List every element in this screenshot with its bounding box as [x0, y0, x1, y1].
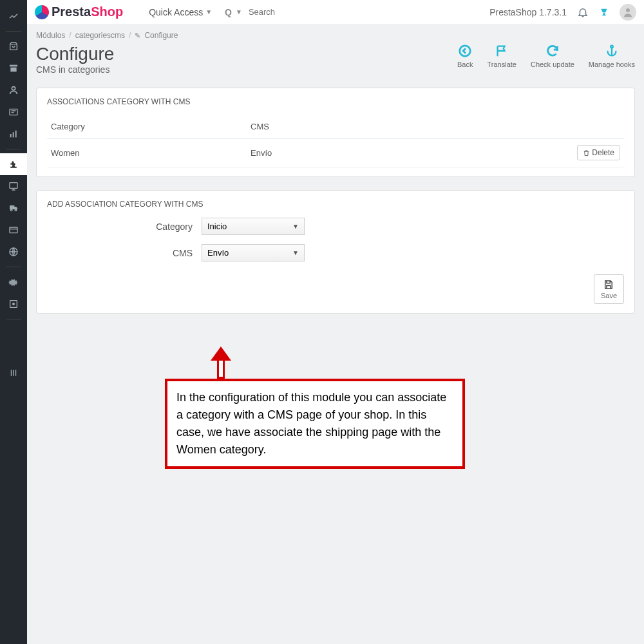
crumb-configure: Configure — [144, 31, 178, 40]
svg-rect-6 — [15, 131, 17, 138]
search-dropdown-icon[interactable]: ▼ — [236, 8, 242, 15]
svg-point-15 — [460, 46, 471, 57]
label-cms: CMS — [47, 248, 202, 258]
vertical-nav-sidebar — [0, 0, 27, 644]
page-head: Configure CMS in categories Back Transla… — [36, 44, 635, 75]
svg-rect-10 — [10, 227, 17, 233]
cell-category: Women — [51, 148, 251, 158]
top-header: PrestaShop Quick Access ▼ Q ▼ PrestaShop… — [27, 0, 644, 24]
form-row-category: Category Inicio ▼ — [47, 218, 624, 235]
nav-modules-icon[interactable] — [0, 153, 27, 175]
svg-rect-5 — [13, 132, 14, 137]
annotation-arrow — [211, 346, 231, 379]
table-row: Women Envío Delete — [47, 138, 624, 167]
category-select[interactable]: Inicio ▼ — [202, 218, 305, 235]
cell-cms: Envío — [251, 148, 569, 158]
panel-associations-title: ASSOCIATIONS CATEGORY WITH CMS — [47, 97, 624, 106]
page-subtitle: CMS in categories — [36, 64, 114, 75]
anchor-icon — [605, 44, 619, 58]
category-selected: Inicio — [207, 222, 227, 231]
nav-intl-icon[interactable] — [0, 241, 27, 263]
form-row-cms: CMS Envío ▼ — [47, 244, 624, 261]
version-label: PrestaShop 1.7.3.1 — [489, 7, 567, 17]
brand-text-shop: Shop — [91, 5, 123, 19]
save-button[interactable]: Save — [594, 274, 624, 304]
svg-point-13 — [13, 303, 15, 305]
svg-rect-4 — [10, 134, 12, 137]
quick-access-menu[interactable]: Quick Access ▼ — [149, 7, 212, 17]
svg-point-14 — [626, 8, 630, 12]
svg-rect-0 — [10, 65, 17, 67]
main-content: Módulos / categoriescms / ✎ Configure Co… — [27, 24, 644, 644]
brand-icon — [35, 5, 49, 19]
user-avatar[interactable] — [620, 4, 636, 21]
label-category: Category — [47, 222, 202, 232]
save-icon — [603, 279, 614, 290]
trophy-icon[interactable] — [599, 7, 609, 17]
page-title: Configure — [36, 44, 114, 64]
svg-point-8 — [10, 209, 12, 211]
nav-service-icon[interactable] — [0, 101, 27, 123]
crumb-catcms[interactable]: categoriescms — [75, 31, 125, 40]
quick-access-label: Quick Access — [149, 7, 203, 17]
annotation-callout: In the configuration of this module you … — [165, 379, 465, 469]
translate-button[interactable]: Translate — [487, 44, 516, 68]
refresh-icon — [545, 44, 560, 58]
chevron-down-icon: ▼ — [292, 223, 299, 230]
translate-label: Translate — [487, 61, 516, 68]
back-button[interactable]: Back — [457, 44, 473, 68]
nav-design-icon[interactable] — [0, 175, 27, 197]
nav-dashboard-icon[interactable] — [0, 5, 27, 27]
nav-customers-icon[interactable] — [0, 79, 27, 101]
bell-icon[interactable] — [577, 6, 589, 18]
chevron-down-icon: ▼ — [205, 8, 212, 15]
check-update-button[interactable]: Check update — [531, 44, 574, 68]
wrench-icon: ✎ — [135, 32, 140, 40]
svg-point-16 — [611, 46, 613, 48]
nav-advanced-icon[interactable] — [0, 293, 27, 315]
svg-point-9 — [15, 209, 17, 211]
nav-shipping-icon[interactable] — [0, 197, 27, 219]
arrow-left-icon — [458, 44, 472, 58]
brand-logo[interactable]: PrestaShop — [35, 5, 123, 19]
back-label: Back — [457, 61, 473, 68]
svg-point-2 — [12, 87, 15, 90]
breadcrumb: Módulos / categoriescms / ✎ Configure — [36, 31, 635, 40]
brand-text-presta: Presta — [52, 5, 91, 19]
action-toolbar: Back Translate Check update Manage hooks — [457, 44, 635, 68]
search-icon[interactable]: Q — [225, 7, 232, 17]
panel-add-title: ADD ASSOCIATION CATEGORY WITH CMS — [47, 200, 624, 209]
cms-selected: Envío — [207, 248, 229, 258]
manage-hooks-button[interactable]: Manage hooks — [589, 44, 635, 68]
search-input[interactable] — [246, 5, 323, 19]
flag-icon — [495, 44, 509, 58]
chevron-down-icon: ▼ — [292, 249, 299, 256]
svg-rect-7 — [10, 183, 17, 189]
header-category: Category — [51, 122, 251, 131]
nav-orders-icon[interactable] — [0, 35, 27, 57]
panel-associations: ASSOCIATIONS CATEGORY WITH CMS Category … — [36, 88, 635, 177]
search-wrap: Q ▼ — [225, 5, 323, 19]
nav-collapse-icon[interactable] — [0, 362, 27, 384]
save-label: Save — [601, 292, 617, 299]
nav-stats-icon[interactable] — [0, 123, 27, 145]
nav-payment-icon[interactable] — [0, 219, 27, 241]
table-header-row: Category CMS — [47, 115, 624, 138]
panel-add-association: ADD ASSOCIATION CATEGORY WITH CMS Catego… — [36, 190, 635, 314]
header-cms: CMS — [251, 122, 569, 131]
check-label: Check update — [531, 61, 574, 68]
trash-icon — [583, 149, 590, 156]
delete-button[interactable]: Delete — [577, 145, 620, 160]
delete-label: Delete — [592, 148, 614, 157]
cms-select[interactable]: Envío ▼ — [202, 244, 305, 261]
nav-catalog-icon[interactable] — [0, 57, 27, 79]
svg-rect-1 — [10, 68, 16, 72]
nav-settings-icon[interactable] — [0, 271, 27, 293]
hooks-label: Manage hooks — [589, 61, 635, 68]
crumb-modules[interactable]: Módulos — [36, 31, 65, 40]
